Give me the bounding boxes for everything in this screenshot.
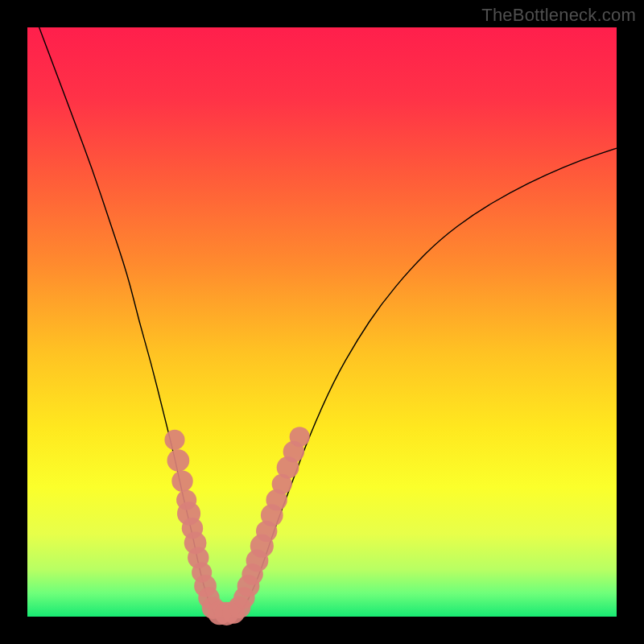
watermark-text: TheBottleneck.com bbox=[481, 5, 636, 26]
marker-left-cluster-0 bbox=[164, 430, 184, 450]
marker-left-cluster-1 bbox=[167, 449, 190, 472]
marker-right-cluster-11 bbox=[290, 427, 310, 447]
marker-left-cluster-2 bbox=[171, 470, 192, 491]
markers-group bbox=[164, 427, 309, 625]
series-group bbox=[39, 27, 617, 616]
curve-layer bbox=[27, 27, 617, 617]
series-right-branch bbox=[238, 148, 617, 614]
outer-frame: TheBottleneck.com bbox=[0, 0, 644, 644]
